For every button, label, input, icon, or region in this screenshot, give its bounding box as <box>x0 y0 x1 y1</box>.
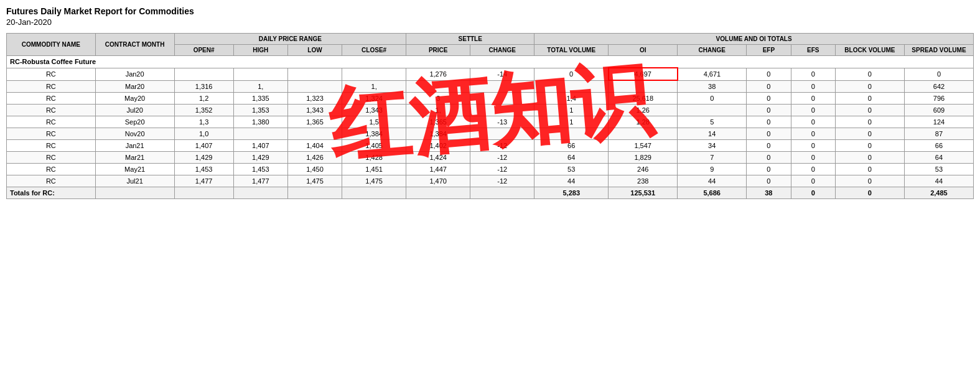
table-cell <box>678 104 747 116</box>
table-cell: 44 <box>678 175 747 187</box>
table-row: RCMay201,21,3351,3231,32431,425,61800007… <box>7 92 974 104</box>
table-cell: May21 <box>95 163 174 175</box>
table-cell: RC <box>7 175 96 187</box>
totals-empty-high <box>233 187 287 198</box>
table-cell <box>609 80 678 92</box>
table-cell: 1,477 <box>174 175 233 187</box>
totals-block-volume: 0 <box>835 187 904 198</box>
table-cell: 1,451 <box>342 163 406 175</box>
table-cell: 0 <box>835 104 904 116</box>
table-cell: -14 <box>470 68 534 80</box>
table-cell: 44 <box>904 175 973 187</box>
table-cell: 1, <box>406 104 470 116</box>
table-cell: 1,384 <box>342 128 406 139</box>
table-cell: RC <box>7 68 96 80</box>
table-cell: 1,429 <box>233 151 287 163</box>
table-cell <box>406 80 470 92</box>
totals-spread-volume: 2,485 <box>904 187 973 198</box>
table-cell: RC <box>7 116 96 128</box>
table-row: RCSep201,31,3801,3651,51,365-1311,285000… <box>7 116 974 128</box>
table-cell: 0 <box>747 175 791 187</box>
table-cell: 1,343 <box>342 104 406 116</box>
table-cell: 66 <box>534 139 609 151</box>
table-cell: 0 <box>835 175 904 187</box>
table-cell: 0 <box>835 116 904 128</box>
table-cell: 1,353 <box>233 104 287 116</box>
table-cell: 0 <box>835 92 904 104</box>
table-cell <box>342 68 406 80</box>
table-cell: 0 <box>835 68 904 80</box>
col-header-settle-change: CHANGE <box>470 45 534 56</box>
table-cell: 0 <box>747 139 791 151</box>
table-cell: 87 <box>904 128 973 139</box>
table-cell: 3 <box>406 92 470 104</box>
table-row: RCMar201,3161,1,38000642 <box>7 80 974 92</box>
col-header-close: CLOSE# <box>342 45 406 56</box>
table-cell <box>287 128 342 139</box>
table-cell: 796 <box>904 92 973 104</box>
table-cell: 9 <box>678 163 747 175</box>
table-cell: RC <box>7 139 96 151</box>
table-cell: 0 <box>791 68 835 80</box>
table-cell: 0 <box>835 163 904 175</box>
table-cell: 1,477 <box>233 175 287 187</box>
table-cell: 1 <box>534 116 609 128</box>
table-cell: 1,380 <box>233 116 287 128</box>
col-header-settle: SETTLE <box>406 34 534 45</box>
table-cell: 1, <box>233 80 287 92</box>
table-cell: 0 <box>835 139 904 151</box>
table-row: RCMay211,4531,4531,4501,4511,447-1253246… <box>7 163 974 175</box>
table-cell: 1, <box>342 80 406 92</box>
table-row: RCJan201,276-1404,6974,6710000 <box>7 68 974 80</box>
totals-oi: 125,531 <box>609 187 678 198</box>
table-row: RCJul211,4771,4771,4751,4751,470-1244238… <box>7 175 974 187</box>
table-cell: 1,547 <box>609 139 678 151</box>
table-cell: 4,697 <box>609 68 678 80</box>
table-cell: -12 <box>470 163 534 175</box>
page-title: Futures Daily Market Report for Commodit… <box>6 6 974 16</box>
col-header-oi: OI <box>609 45 678 56</box>
table-row: RCNov201,01,3841,3841400087 <box>7 128 974 139</box>
page-date: 20-Jan-2020 <box>6 17 974 27</box>
table-cell <box>174 68 233 80</box>
table-cell: 0 <box>791 92 835 104</box>
table-cell: 642 <box>904 80 973 92</box>
table-cell: 1,316 <box>174 80 233 92</box>
totals-empty-low <box>287 187 342 198</box>
table-cell: 1,475 <box>287 175 342 187</box>
table-cell: 0 <box>791 80 835 92</box>
table-cell: 1,276 <box>406 68 470 80</box>
table-cell <box>534 80 609 92</box>
section-header-label: RC-Robusta Coffee Future <box>7 56 974 68</box>
table-cell: 1,428 <box>342 151 406 163</box>
table-cell: 0 <box>791 104 835 116</box>
col-header-total-volume: TOTAL VOLUME <box>534 45 609 56</box>
table-cell: May20 <box>95 92 174 104</box>
table-cell: 0 <box>747 80 791 92</box>
table-cell: 0 <box>835 80 904 92</box>
table-cell: 1,352 <box>174 104 233 116</box>
table-cell: 0 <box>835 151 904 163</box>
table-cell: 44 <box>534 175 609 187</box>
table-cell: Mar20 <box>95 80 174 92</box>
table-cell <box>233 68 287 80</box>
table-cell: 1 <box>534 104 609 116</box>
table-cell: Jul20 <box>95 104 174 116</box>
table-cell: 53 <box>904 163 973 175</box>
table-cell: 1,453 <box>174 163 233 175</box>
table-cell: 66 <box>904 139 973 151</box>
table-cell: 0 <box>791 116 835 128</box>
table-cell: 5 <box>678 116 747 128</box>
table-cell: RC <box>7 104 96 116</box>
table-cell: 1,5 <box>342 116 406 128</box>
table-cell: 0 <box>747 116 791 128</box>
totals-total-volume: 5,283 <box>534 187 609 198</box>
table-cell: 124 <box>904 116 973 128</box>
market-table: COMMODITY NAME CONTRACT MONTH DAILY PRIC… <box>6 33 974 199</box>
table-cell: 238 <box>609 175 678 187</box>
table-cell: 1,343 <box>287 104 342 116</box>
table-cell: 1,405 <box>342 139 406 151</box>
table-cell: 0 <box>747 68 791 80</box>
table-cell: 4,671 <box>678 68 747 80</box>
table-cell: 0 <box>835 128 904 139</box>
